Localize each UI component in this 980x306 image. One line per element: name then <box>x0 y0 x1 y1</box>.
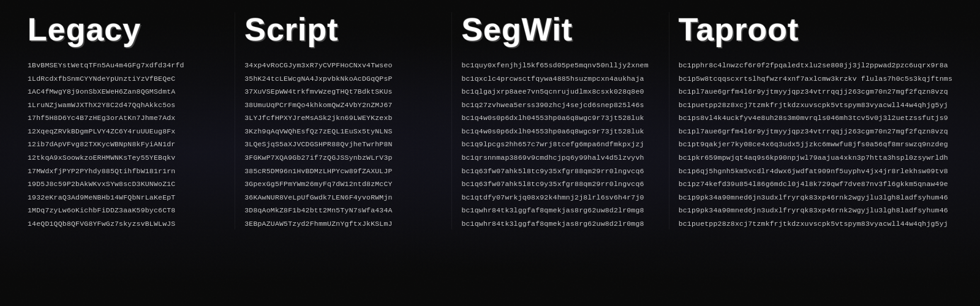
title-taproot: Taproot <box>679 12 952 47</box>
address-item[interactable]: bc1qlgajxrp8aee7vn5qcnrujudlmx8csxk028q8… <box>461 86 659 98</box>
address-item[interactable]: 385cR5DM96n1HvBDMzLHPYcw89fZAXULJP <box>244 165 442 177</box>
column-script: Script34xp4vRoCGJym3xR7yCVPFHoCNxv4Twseo… <box>235 12 452 230</box>
address-item[interactable]: 3GpexGg5FPmYWm26myFq7dW12ntd8zMcCY <box>244 178 442 190</box>
main-container: Legacy1BvBMSEYstWetqTFn5Au4m4GFg7xdfd34r… <box>0 0 980 242</box>
address-item[interactable]: 3Kzh9qAqVWQhEsfQz7zEQL1EuSx5tyNLNS <box>244 125 442 138</box>
address-item[interactable]: 3EBpAZUAW5Tzyd2FhmmUZnYgftxJkKSLmJ <box>244 218 442 230</box>
column-segwit: SegWitbc1quy0xfenjhjl5kf65sd05pe5mqnv50n… <box>452 12 669 230</box>
address-item[interactable]: 34xp4vRoCGJym3xR7yCVPFHoCNxv4Twseo <box>244 59 442 72</box>
address-item[interactable]: bc1qwhr84tk3lggfaf8qmekjas8rg62uw8d2lr0m… <box>461 218 659 230</box>
address-item[interactable]: 12tkqA9xSoowkzoERHMWNKsTey55YEBqkv <box>28 152 225 164</box>
address-item[interactable]: bc1pkr659mpwjqt4aq9s6kp90npjwl79aajua4xk… <box>679 152 952 164</box>
title-script: Script <box>244 12 442 47</box>
address-item[interactable]: bc1p9pk34a90mned6jn3udxlfryrqk83xp46rnk2… <box>679 204 952 217</box>
address-item[interactable]: 1BvBMSEYstWetqTFn5Au4m4GFg7xdfd34rfd <box>28 59 225 72</box>
address-item[interactable]: 3D8qAoMkZ8F1b42btt2Mn5TyN7sWfa434A <box>244 204 442 217</box>
address-item[interactable]: bc1pl7aue6grfm4l6r9yjtmyyjqpz34vtrrqqjj2… <box>679 86 952 98</box>
address-item[interactable]: 17hf5H8D6Yc4B7zHEg3orAtKn7Jhme7Adx <box>28 112 225 124</box>
address-item[interactable]: 12XqeqZRVkBDgmPLVY4ZC6Y4ruUUEug8Fx <box>28 125 225 138</box>
address-list-legacy: 1BvBMSEYstWetqTFn5Au4m4GFg7xdfd34rfd1LdR… <box>28 59 225 230</box>
address-item[interactable]: bc1puetpp28z8xcj7tzmkfrjtkdzxuvscpk5vtsp… <box>679 99 952 111</box>
column-legacy: Legacy1BvBMSEYstWetqTFn5Au4m4GFg7xdfd34r… <box>18 12 235 230</box>
address-item[interactable]: 35hK24tcLEWcgNA4JxpvbkNkoAcDGqQPsP <box>244 73 442 85</box>
address-item[interactable]: 1932eKraQ3Ad9MeNBHb14WFQbNrLaKeEpT <box>28 192 225 204</box>
address-item[interactable]: bc1pphr8c4lnwzcf6r0f2fpqaledtxlu2se808jj… <box>679 59 952 72</box>
address-item[interactable]: bc1p9pk34a90mned6jn3udxlfryrqk83xp46rnk2… <box>679 192 952 204</box>
address-item[interactable]: bc1qtdfy07wrkjq08x92k4hmnj2j8lrl6sv6h4r7… <box>461 192 659 204</box>
address-item[interactable]: 36KAwNUR8VeLpUfGwdk7LEN6F4yvoRWMjn <box>244 192 442 204</box>
address-item[interactable]: bc1qwhr84tk3lggfaf8qmekjas8rg62uw8d2lr0m… <box>461 204 659 217</box>
address-list-segwit: bc1quy0xfenjhjl5kf65sd05pe5mqnv50nlljyžx… <box>461 59 659 230</box>
address-item[interactable]: bc1quy0xfenjhjl5kf65sd05pe5mqnv50nlljyžx… <box>461 59 659 72</box>
address-item[interactable]: 14eQD1QQb8QFVG8YFwGz7skyzsvBLWLwJS <box>28 218 225 230</box>
address-item[interactable]: bc1qrsnnmap3869v9cmdhcjpq6y99halv4d5lzvy… <box>461 152 659 164</box>
address-item[interactable]: 3FGKwP7XQA9Gb27if7zQGJSSynbzWLrV3p <box>244 152 442 164</box>
address-item[interactable]: bc1qxclc4prcwsctfqywa4885hsuzmpcxn4aukha… <box>461 73 659 85</box>
address-item[interactable]: 1LruNZjwamWJXThX2Y8C2d47QqhAkkc5os <box>28 99 225 111</box>
address-list-script: 34xp4vRoCGJym3xR7yCVPFHoCNxv4Twseo35hK24… <box>244 59 442 230</box>
address-item[interactable]: 38UmuUqPCrFmQo4khkomQwZ4VbY2nZMJ67 <box>244 99 442 111</box>
address-item[interactable]: 12ib7dApVFvg82TXKycWBNpN8kFyiAN1dr <box>28 138 225 151</box>
address-item[interactable]: 19D5J8c59P2bAkWKvxSYw8scD3KUNWoZ1C <box>28 178 225 190</box>
title-segwit: SegWit <box>461 12 659 47</box>
address-item[interactable]: bc1pt9qakjer7ky08ce4x6q3udx5jjzkc6mwwfu8… <box>679 138 952 151</box>
title-legacy: Legacy <box>28 12 225 47</box>
address-item[interactable]: bc1q63fw07ahk5l8tc9y35xfgr88qm29rr0lngvc… <box>461 165 659 177</box>
address-item[interactable]: bc1pl7aue6grfm4l6r9yjtmyyjqpz34vtrrqqjj2… <box>679 125 952 138</box>
address-item[interactable]: 3LYJfcfHPXYJreMsASk2jkn69LWEYKzexb <box>244 112 442 124</box>
address-item[interactable]: 37XuVSEpWW4trkfmvWzegTHQt7BdktSKUs <box>244 86 442 98</box>
address-item[interactable]: 1MDq7zyLw6oKichbFiDDZ3aaK59byc6CT8 <box>28 204 225 217</box>
address-item[interactable]: bc1q4w0s0p6dxlh04553hp0a6q8wgc9r73jt528l… <box>461 125 659 138</box>
address-item[interactable]: bc1pz74kefd39u854l86g6mdcl0j4l8k729qwf7d… <box>679 178 952 190</box>
address-item[interactable]: 1AC4fMwgY8j9onSbXEWeH6Zan8QGMSdmtA <box>28 86 225 98</box>
address-item[interactable]: bc1puetpp28z8xcj7tzmkfrjtkdzxuvscpk5vtsp… <box>679 218 952 230</box>
address-item[interactable]: bc1ps8vl4k4uckfyv4e8uh28s3m0mvrqls046mh3… <box>679 112 952 124</box>
address-item[interactable]: 17MWdxfjPYP2PYhdy885QtihfbW181r1rn <box>28 165 225 177</box>
address-item[interactable]: bc1p5w8tcqqscxrtslhqfwzr4xnf7axlcmw3krzk… <box>679 73 952 85</box>
address-item[interactable]: bc1q9lpcgs2hh657c7wrj8tcefg6mpa6ndfmkpxj… <box>461 138 659 151</box>
address-item[interactable]: 1LdRcdxfbSnmCYYNdeYpUnztiYzVfBEQeC <box>28 73 225 85</box>
address-item[interactable]: bc1q63fw07ahk5l8tc9y35xfgr88qm29rr0lngvc… <box>461 178 659 190</box>
address-item[interactable]: bc1p6qj5hgnh5km5vcdlr4dwx6jwdfat909nf5uy… <box>679 165 952 177</box>
address-item[interactable]: 3LQeSjqS5aXJVCDGSHPR88QvjheTwrhP8N <box>244 138 442 151</box>
address-item[interactable]: bc1q4w0s0p6dxlh04553hp0a6q8wgc9r73jt528l… <box>461 112 659 124</box>
address-item[interactable]: bc1q27zvhwea5erss390zhcj4sejcd6snep825l4… <box>461 99 659 111</box>
column-taproot: Taprootbc1pphr8c4lnwzcf6r0f2fpqaledtxlu2… <box>669 12 962 230</box>
address-list-taproot: bc1pphr8c4lnwzcf6r0f2fpqaledtxlu2se808jj… <box>679 59 952 230</box>
